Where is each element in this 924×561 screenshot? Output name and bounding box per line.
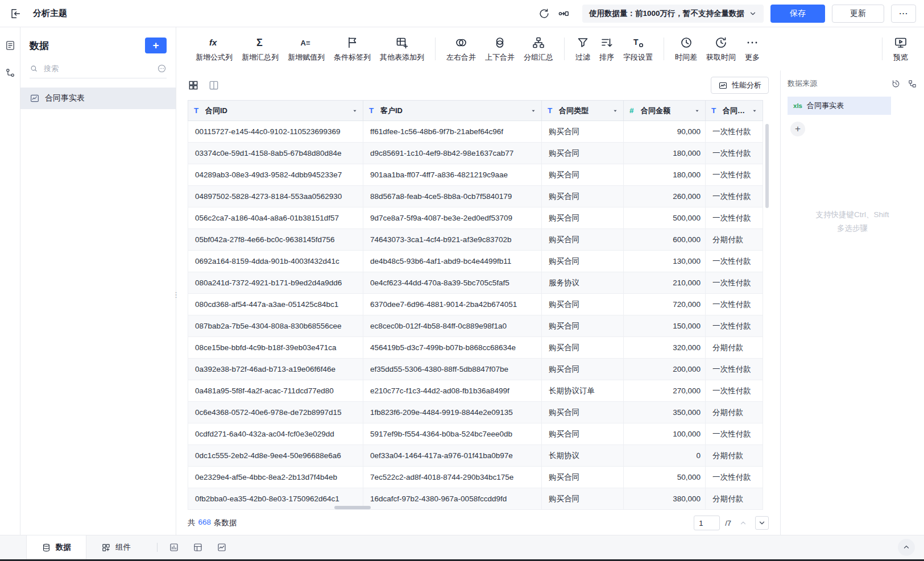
new-chart-icon[interactable] (169, 542, 179, 552)
toolbar-addcol-button[interactable]: 其他表添加列 (375, 34, 429, 65)
table-row[interactable]: 0e2329e4-af5e-4bbc-8ea2-2b13d7f4b4eb7ec5… (188, 467, 763, 488)
update-button[interactable]: 更新 (832, 5, 884, 23)
toolbar-timediff-button[interactable]: 时间差 (670, 34, 702, 65)
save-button[interactable]: 保存 (770, 5, 825, 23)
table-row[interactable]: 0cdfd271-6a40-432a-ac04-fcf0e3e029dd5917… (188, 423, 763, 445)
xls-badge: xls (793, 102, 802, 109)
performance-analysis-button[interactable]: 性能分析 (711, 77, 769, 94)
toolbar-sort-button[interactable]: 排序 (595, 34, 619, 65)
page-up-button[interactable] (736, 516, 750, 530)
add-step-button[interactable]: + (790, 122, 805, 136)
more-icon (745, 36, 759, 49)
table-row[interactable]: 03374c0e-59d1-4158-8ab5-67b48d80d84ed9c8… (188, 143, 763, 164)
new-detail-icon[interactable] (217, 542, 227, 552)
table-cell: 购买合同 (542, 143, 624, 164)
more-actions-button[interactable]: ⋯ (891, 5, 916, 23)
toolbar-label: 过滤 (575, 52, 590, 63)
table-cell: 分期付款 (706, 402, 763, 423)
table-vertical-scrollbar[interactable] (765, 124, 769, 208)
table-row[interactable]: 0a481a95-5f8f-4a2f-acac-711dcd77ed80e210… (188, 380, 763, 402)
table-row[interactable]: 0c6e4368-0572-40e6-978e-de72b8997d151fb8… (188, 402, 763, 423)
toolbar-divider (564, 38, 565, 60)
text-type-icon: T (369, 106, 377, 115)
column-header-5[interactable]: T合同付... (706, 101, 763, 121)
table-cell: 16dcafcf-97b2-4380-967a-0058fccdd9fd (363, 488, 542, 510)
toolbar-fx-button[interactable]: fx新增公式列 (191, 34, 237, 65)
link-steps-icon[interactable] (5, 67, 16, 78)
table-horizontal-scrollbar[interactable] (334, 506, 371, 509)
table-cell: 7ec522c2-ad8f-4018-8744-290b34bc175e (363, 467, 542, 488)
search-input[interactable] (43, 64, 152, 73)
table-row[interactable]: 04289ab3-08e3-49d3-9582-4dbb945233e7901a… (188, 164, 763, 186)
table-row[interactable]: 00115727-e145-44c0-9102-110523699369ff61… (188, 121, 763, 143)
table-cell: 320,000 (624, 337, 706, 359)
toolbar-preview-button[interactable]: 预览 (889, 34, 913, 65)
column-dropdown-icon[interactable] (351, 107, 358, 114)
text-type-icon: T (711, 106, 719, 115)
toolbar-merge-tb-button[interactable]: 上下合并 (480, 34, 519, 65)
exit-icon[interactable] (9, 7, 22, 20)
table-row[interactable]: 04897502-5828-4273-8184-553aa056293088d5… (188, 186, 763, 207)
table-row[interactable]: 0692a164-8159-4dda-901b-4003f432d41cde4b… (188, 251, 763, 272)
data-source-label: 合同事实表 (807, 101, 844, 111)
new-pivot-icon[interactable] (193, 542, 203, 552)
toolbar-filter-button[interactable]: 过滤 (571, 34, 595, 65)
table-row[interactable]: 080a241d-7372-4921-b171-b9ed2d4a9dd60e4c… (188, 272, 763, 294)
table-cell: 720,000 (624, 294, 706, 315)
table-row[interactable]: 0dc1c555-2eb2-4d8e-9ee4-50e96688e6a60ef3… (188, 445, 763, 467)
table-row[interactable]: 0a392e38-b72f-46ad-b713-a19e06f6f46eef35… (188, 359, 763, 380)
toolbar-fieldset-button[interactable]: T字段设置 (619, 34, 657, 65)
table-row[interactable]: 080cd368-af54-447a-a3ae-051425c84bc16370… (188, 294, 763, 315)
table-row[interactable]: 087bab2a-7b5e-4304-808a-830b68556ceeec8c… (188, 315, 763, 337)
column-dropdown-icon[interactable] (694, 107, 701, 114)
refresh-icon[interactable] (538, 7, 550, 20)
svg-text:fx: fx (209, 38, 217, 47)
table-cell: 04289ab3-08e3-49d3-9582-4dbb945233e7 (188, 164, 363, 186)
toolbar-sigma-button[interactable]: Σ新增汇总列 (237, 34, 283, 65)
grid-view-icon[interactable] (188, 80, 199, 91)
column-header-1[interactable]: T合同ID (188, 101, 363, 121)
data-source-item[interactable]: xls合同事实表 (788, 97, 891, 115)
toolbar-merge-lr-button[interactable]: 左右合并 (442, 34, 480, 65)
table-row[interactable]: 0fb2bba0-ea35-42b0-8e03-1750962d64c116dc… (188, 488, 763, 510)
search-more-icon[interactable] (157, 64, 167, 73)
page-down-button[interactable] (755, 516, 769, 530)
table-cell: 50,000 (624, 467, 706, 488)
data-flow-icon[interactable] (557, 7, 570, 20)
column-dropdown-icon[interactable] (612, 107, 619, 114)
column-header-2[interactable]: T客户ID (363, 101, 542, 121)
column-dropdown-icon[interactable] (530, 107, 537, 114)
add-table-button[interactable]: + (145, 38, 167, 53)
preview-icon (894, 36, 908, 49)
history-icon[interactable] (891, 79, 901, 89)
data-volume-dropdown[interactable]: 使用数据量：前1000万行，暂不支持全量数据 (582, 5, 764, 23)
table-cell: 080a241d-7372-4921-b171-b9ed2d4a9dd6 (188, 272, 363, 294)
toolbar-more-button[interactable]: 更多 (740, 34, 764, 65)
toolbar-groupsum-button[interactable]: 分组汇总 (519, 34, 558, 65)
sort-icon (600, 36, 614, 49)
toolbar-assign-button[interactable]: A=新增赋值列 (283, 34, 329, 65)
toolbar-label: 其他表添加列 (380, 52, 424, 63)
card-view-icon[interactable] (208, 80, 219, 91)
bottom-tab-数据[interactable]: 数据 (26, 535, 86, 559)
table-row[interactable]: 056c2ca7-a186-40a4-a8a6-01b38151df579d7c… (188, 207, 763, 229)
bottom-tab-组件[interactable]: 组件 (86, 535, 146, 559)
table-row[interactable]: 08ce15be-bbfd-4c9b-b18f-39eb03e471ca4564… (188, 337, 763, 359)
table-cell: 0ef33a04-1464-417a-a976-01f41ba0b97e (363, 445, 542, 467)
table-cell: 150,000 (624, 315, 706, 337)
layout-branch-icon[interactable] (908, 79, 917, 89)
page-number-input[interactable] (694, 516, 720, 530)
column-header-3[interactable]: T合同类型 (542, 101, 624, 121)
table-cell: 分期付款 (706, 337, 763, 359)
assign-icon: A= (300, 36, 313, 49)
table-list-item[interactable]: 合同事实表 (20, 88, 176, 109)
edit-notes-icon[interactable] (5, 40, 16, 51)
column-dropdown-icon[interactable] (751, 107, 758, 114)
table-row[interactable]: 05bf042a-27f8-4e66-bc0c-9638145fd7567464… (188, 229, 763, 251)
table-cell: 0a481a95-5f8f-4a2f-acac-711dcd77ed80 (188, 380, 363, 402)
toolbar-gettime-button[interactable]: 获取时间 (702, 34, 740, 65)
column-header-4[interactable]: #合同金额 (624, 101, 706, 121)
collapse-panel-button[interactable] (898, 539, 915, 556)
toolbar-tag-button[interactable]: 条件标签列 (329, 34, 375, 65)
text-type-icon: T (548, 106, 556, 115)
